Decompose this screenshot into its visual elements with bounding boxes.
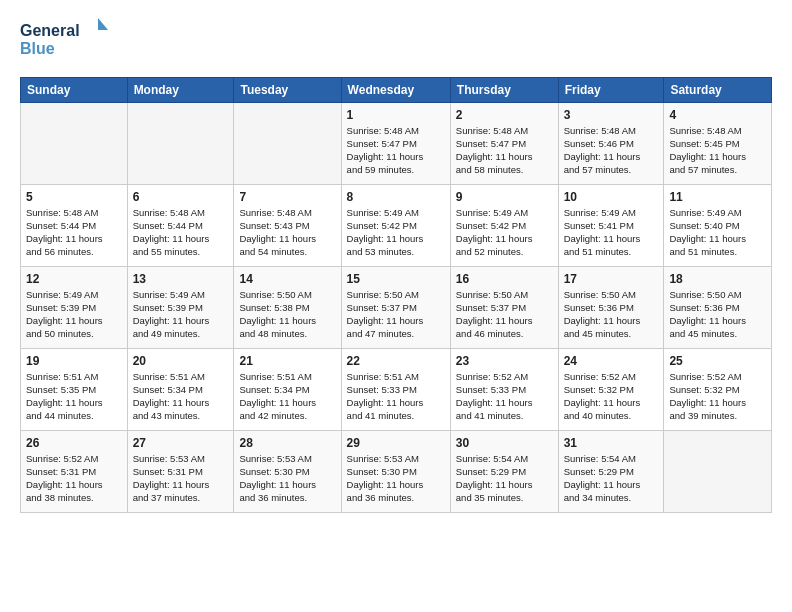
- day-number: 14: [239, 271, 335, 287]
- day-number: 10: [564, 189, 659, 205]
- weekday-header-wednesday: Wednesday: [341, 78, 450, 103]
- calendar-cell: 23Sunrise: 5:52 AM Sunset: 5:33 PM Dayli…: [450, 349, 558, 431]
- calendar-cell: 18Sunrise: 5:50 AM Sunset: 5:36 PM Dayli…: [664, 267, 772, 349]
- calendar-cell: 24Sunrise: 5:52 AM Sunset: 5:32 PM Dayli…: [558, 349, 664, 431]
- calendar-cell: 22Sunrise: 5:51 AM Sunset: 5:33 PM Dayli…: [341, 349, 450, 431]
- calendar-cell: [234, 103, 341, 185]
- calendar-cell: 2Sunrise: 5:48 AM Sunset: 5:47 PM Daylig…: [450, 103, 558, 185]
- weekday-header-monday: Monday: [127, 78, 234, 103]
- day-number: 25: [669, 353, 766, 369]
- calendar-week-row: 5Sunrise: 5:48 AM Sunset: 5:44 PM Daylig…: [21, 185, 772, 267]
- calendar-cell: 30Sunrise: 5:54 AM Sunset: 5:29 PM Dayli…: [450, 431, 558, 513]
- day-info: Sunrise: 5:50 AM Sunset: 5:36 PM Dayligh…: [669, 289, 766, 340]
- day-number: 2: [456, 107, 553, 123]
- day-info: Sunrise: 5:49 AM Sunset: 5:41 PM Dayligh…: [564, 207, 659, 258]
- day-info: Sunrise: 5:53 AM Sunset: 5:30 PM Dayligh…: [239, 453, 335, 504]
- day-info: Sunrise: 5:50 AM Sunset: 5:37 PM Dayligh…: [347, 289, 445, 340]
- day-number: 9: [456, 189, 553, 205]
- day-number: 31: [564, 435, 659, 451]
- calendar-cell: 31Sunrise: 5:54 AM Sunset: 5:29 PM Dayli…: [558, 431, 664, 513]
- calendar-cell: 13Sunrise: 5:49 AM Sunset: 5:39 PM Dayli…: [127, 267, 234, 349]
- calendar-cell: 20Sunrise: 5:51 AM Sunset: 5:34 PM Dayli…: [127, 349, 234, 431]
- calendar-cell: 16Sunrise: 5:50 AM Sunset: 5:37 PM Dayli…: [450, 267, 558, 349]
- calendar-cell: 4Sunrise: 5:48 AM Sunset: 5:45 PM Daylig…: [664, 103, 772, 185]
- day-info: Sunrise: 5:53 AM Sunset: 5:30 PM Dayligh…: [347, 453, 445, 504]
- calendar-cell: [664, 431, 772, 513]
- day-number: 8: [347, 189, 445, 205]
- day-info: Sunrise: 5:51 AM Sunset: 5:34 PM Dayligh…: [133, 371, 229, 422]
- calendar-cell: 19Sunrise: 5:51 AM Sunset: 5:35 PM Dayli…: [21, 349, 128, 431]
- day-info: Sunrise: 5:50 AM Sunset: 5:36 PM Dayligh…: [564, 289, 659, 340]
- calendar-cell: 12Sunrise: 5:49 AM Sunset: 5:39 PM Dayli…: [21, 267, 128, 349]
- day-number: 1: [347, 107, 445, 123]
- calendar-cell: 27Sunrise: 5:53 AM Sunset: 5:31 PM Dayli…: [127, 431, 234, 513]
- weekday-header-tuesday: Tuesday: [234, 78, 341, 103]
- day-number: 28: [239, 435, 335, 451]
- day-number: 26: [26, 435, 122, 451]
- calendar-cell: 8Sunrise: 5:49 AM Sunset: 5:42 PM Daylig…: [341, 185, 450, 267]
- day-info: Sunrise: 5:48 AM Sunset: 5:47 PM Dayligh…: [347, 125, 445, 176]
- day-number: 17: [564, 271, 659, 287]
- calendar-cell: 11Sunrise: 5:49 AM Sunset: 5:40 PM Dayli…: [664, 185, 772, 267]
- day-info: Sunrise: 5:53 AM Sunset: 5:31 PM Dayligh…: [133, 453, 229, 504]
- calendar-cell: 10Sunrise: 5:49 AM Sunset: 5:41 PM Dayli…: [558, 185, 664, 267]
- weekday-header-saturday: Saturday: [664, 78, 772, 103]
- calendar-cell: 14Sunrise: 5:50 AM Sunset: 5:38 PM Dayli…: [234, 267, 341, 349]
- day-number: 30: [456, 435, 553, 451]
- day-number: 16: [456, 271, 553, 287]
- weekday-header-thursday: Thursday: [450, 78, 558, 103]
- weekday-header-friday: Friday: [558, 78, 664, 103]
- day-number: 24: [564, 353, 659, 369]
- day-info: Sunrise: 5:51 AM Sunset: 5:35 PM Dayligh…: [26, 371, 122, 422]
- day-info: Sunrise: 5:51 AM Sunset: 5:33 PM Dayligh…: [347, 371, 445, 422]
- day-number: 13: [133, 271, 229, 287]
- calendar-cell: 17Sunrise: 5:50 AM Sunset: 5:36 PM Dayli…: [558, 267, 664, 349]
- day-info: Sunrise: 5:48 AM Sunset: 5:43 PM Dayligh…: [239, 207, 335, 258]
- day-info: Sunrise: 5:49 AM Sunset: 5:42 PM Dayligh…: [347, 207, 445, 258]
- day-info: Sunrise: 5:48 AM Sunset: 5:46 PM Dayligh…: [564, 125, 659, 176]
- day-number: 5: [26, 189, 122, 205]
- calendar-cell: 28Sunrise: 5:53 AM Sunset: 5:30 PM Dayli…: [234, 431, 341, 513]
- logo-area: General Blue: [20, 16, 110, 65]
- day-info: Sunrise: 5:49 AM Sunset: 5:42 PM Dayligh…: [456, 207, 553, 258]
- day-info: Sunrise: 5:49 AM Sunset: 5:39 PM Dayligh…: [26, 289, 122, 340]
- day-number: 11: [669, 189, 766, 205]
- svg-text:Blue: Blue: [20, 40, 55, 57]
- day-number: 6: [133, 189, 229, 205]
- weekday-header-row: SundayMondayTuesdayWednesdayThursdayFrid…: [21, 78, 772, 103]
- day-info: Sunrise: 5:48 AM Sunset: 5:44 PM Dayligh…: [26, 207, 122, 258]
- day-info: Sunrise: 5:48 AM Sunset: 5:45 PM Dayligh…: [669, 125, 766, 176]
- day-info: Sunrise: 5:49 AM Sunset: 5:39 PM Dayligh…: [133, 289, 229, 340]
- calendar-cell: 9Sunrise: 5:49 AM Sunset: 5:42 PM Daylig…: [450, 185, 558, 267]
- calendar-cell: 15Sunrise: 5:50 AM Sunset: 5:37 PM Dayli…: [341, 267, 450, 349]
- calendar-cell: 21Sunrise: 5:51 AM Sunset: 5:34 PM Dayli…: [234, 349, 341, 431]
- day-info: Sunrise: 5:52 AM Sunset: 5:32 PM Dayligh…: [564, 371, 659, 422]
- day-number: 23: [456, 353, 553, 369]
- day-info: Sunrise: 5:52 AM Sunset: 5:33 PM Dayligh…: [456, 371, 553, 422]
- calendar-week-row: 1Sunrise: 5:48 AM Sunset: 5:47 PM Daylig…: [21, 103, 772, 185]
- day-info: Sunrise: 5:52 AM Sunset: 5:31 PM Dayligh…: [26, 453, 122, 504]
- calendar-week-row: 26Sunrise: 5:52 AM Sunset: 5:31 PM Dayli…: [21, 431, 772, 513]
- day-number: 27: [133, 435, 229, 451]
- day-number: 19: [26, 353, 122, 369]
- calendar-cell: 6Sunrise: 5:48 AM Sunset: 5:44 PM Daylig…: [127, 185, 234, 267]
- calendar-cell: 7Sunrise: 5:48 AM Sunset: 5:43 PM Daylig…: [234, 185, 341, 267]
- day-number: 22: [347, 353, 445, 369]
- calendar-cell: 29Sunrise: 5:53 AM Sunset: 5:30 PM Dayli…: [341, 431, 450, 513]
- day-number: 21: [239, 353, 335, 369]
- calendar-table: SundayMondayTuesdayWednesdayThursdayFrid…: [20, 77, 772, 513]
- day-info: Sunrise: 5:51 AM Sunset: 5:34 PM Dayligh…: [239, 371, 335, 422]
- day-number: 3: [564, 107, 659, 123]
- day-info: Sunrise: 5:54 AM Sunset: 5:29 PM Dayligh…: [564, 453, 659, 504]
- day-info: Sunrise: 5:50 AM Sunset: 5:37 PM Dayligh…: [456, 289, 553, 340]
- svg-text:General: General: [20, 22, 80, 39]
- calendar-cell: 25Sunrise: 5:52 AM Sunset: 5:32 PM Dayli…: [664, 349, 772, 431]
- day-info: Sunrise: 5:48 AM Sunset: 5:44 PM Dayligh…: [133, 207, 229, 258]
- calendar-cell: 3Sunrise: 5:48 AM Sunset: 5:46 PM Daylig…: [558, 103, 664, 185]
- header: General Blue: [20, 16, 772, 65]
- day-number: 18: [669, 271, 766, 287]
- day-number: 15: [347, 271, 445, 287]
- calendar-week-row: 19Sunrise: 5:51 AM Sunset: 5:35 PM Dayli…: [21, 349, 772, 431]
- calendar-week-row: 12Sunrise: 5:49 AM Sunset: 5:39 PM Dayli…: [21, 267, 772, 349]
- day-info: Sunrise: 5:50 AM Sunset: 5:38 PM Dayligh…: [239, 289, 335, 340]
